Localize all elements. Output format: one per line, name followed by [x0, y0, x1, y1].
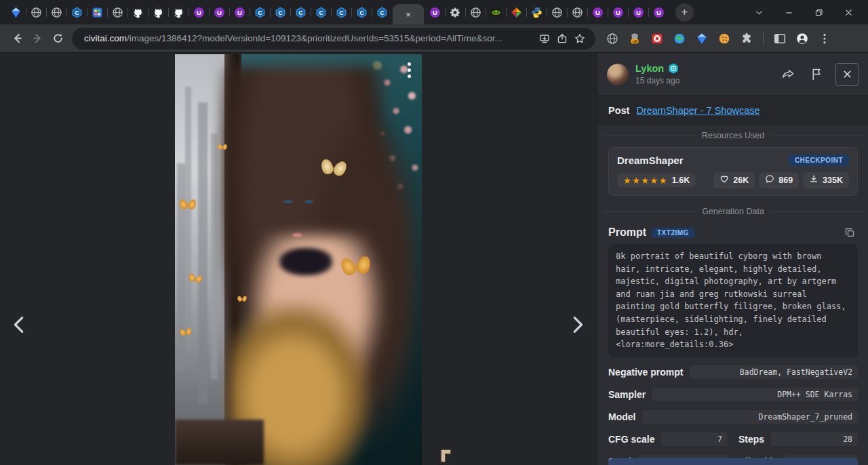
- civitai-c-favicon-tab[interactable]: C: [270, 0, 290, 24]
- globe-favicon-tab[interactable]: [26, 0, 46, 24]
- flag-icon[interactable]: [807, 65, 826, 84]
- github-favicon-tab[interactable]: [168, 0, 189, 24]
- close-sidebar-button[interactable]: [835, 63, 859, 86]
- tab-close-icon[interactable]: ×: [406, 10, 411, 19]
- svg-text:U: U: [636, 9, 641, 16]
- globe-favicon-tab[interactable]: [465, 0, 486, 24]
- image-options-menu-icon[interactable]: [406, 61, 412, 79]
- shield-off-extension-icon[interactable]: off: [626, 30, 644, 47]
- civitai-gem-favicon-tab[interactable]: [5, 0, 26, 24]
- civitai-gem-extension-icon[interactable]: [693, 30, 711, 47]
- meta-row: Steps28: [738, 432, 858, 447]
- gear-favicon-tab[interactable]: [445, 0, 465, 24]
- nvidia-favicon-tab[interactable]: [486, 0, 506, 24]
- reload-icon[interactable]: [47, 28, 68, 49]
- url-text: civitai.com/images/1386412?modelVersionI…: [84, 33, 536, 43]
- forward-icon[interactable]: [27, 28, 47, 49]
- github-favicon-tab[interactable]: [127, 0, 148, 24]
- ultralytics-u-favicon-tab[interactable]: U: [189, 0, 209, 24]
- butterfly-icon: [238, 296, 247, 303]
- new-tab-button[interactable]: +: [675, 3, 694, 22]
- heart-count: 26K: [733, 176, 749, 185]
- extensions-puzzle-icon[interactable]: [738, 30, 755, 47]
- next-image-button[interactable]: [561, 308, 593, 341]
- butterfly-icon: [180, 198, 196, 211]
- civitai-c-favicon-tab[interactable]: C: [66, 0, 87, 24]
- copy-generation-data-button[interactable]: [608, 458, 858, 465]
- restore-icon[interactable]: [808, 2, 829, 22]
- mouse-cursor: [440, 449, 454, 464]
- comment-stat-pill[interactable]: 869: [759, 172, 799, 188]
- artwork-image[interactable]: [175, 54, 422, 465]
- butterfly-icon: [179, 327, 192, 338]
- earth-extension-icon[interactable]: [671, 30, 688, 47]
- url-path: /images/1386412?modelVersionId=109123&pr…: [127, 33, 502, 43]
- svg-text:U: U: [237, 9, 242, 16]
- star-rating-pill[interactable]: ★★★★★ 1.6K: [617, 174, 696, 187]
- pinned-tabs-left: CUUUCCCCCCC: [5, 0, 392, 24]
- download-icon: [809, 174, 818, 186]
- civitai-c-favicon-tab[interactable]: C: [311, 0, 331, 24]
- browser-toolbar: civitai.com/images/1386412?modelVersionI…: [0, 24, 868, 53]
- civitai-c-favicon-tab[interactable]: C: [250, 0, 270, 24]
- ultralytics-u-favicon-tab[interactable]: U: [587, 0, 608, 24]
- ultralytics-u-favicon-tab[interactable]: U: [628, 0, 648, 24]
- prompt-text[interactable]: 8k portrait of beautiful cyborg with bro…: [608, 244, 858, 357]
- close-icon[interactable]: [838, 2, 859, 22]
- previous-image-button[interactable]: [4, 308, 35, 341]
- gem-multicolor-favicon-tab[interactable]: [506, 0, 526, 24]
- ultralytics-u-favicon-tab[interactable]: U: [425, 0, 445, 24]
- send-to-device-icon[interactable]: [536, 30, 553, 47]
- meta-value: DreamShaper_7_pruned: [642, 410, 858, 424]
- share-arrow-icon[interactable]: [778, 65, 797, 84]
- ultralytics-u-favicon-tab[interactable]: U: [648, 0, 669, 24]
- avatar[interactable]: [607, 64, 629, 85]
- globe-favicon-tab[interactable]: [547, 0, 567, 24]
- globe-ext-extension-icon[interactable]: [604, 30, 621, 47]
- svg-text:C: C: [75, 9, 79, 16]
- side-panel-icon[interactable]: [771, 30, 789, 47]
- star-rating: ★★★★★: [623, 176, 668, 185]
- active-tab[interactable]: ×: [393, 4, 424, 24]
- ultralytics-u-favicon-tab[interactable]: U: [608, 0, 628, 24]
- tab-search-chevron-icon[interactable]: [749, 2, 769, 22]
- bookmark-star-icon[interactable]: [571, 30, 589, 47]
- svg-text:C: C: [359, 9, 363, 16]
- tab-strip: CUUUCCCCCCC × UUUUU +: [0, 0, 868, 24]
- minimize-icon[interactable]: [778, 2, 799, 22]
- globe-favicon-tab[interactable]: [107, 0, 127, 24]
- prompt-label: Prompt: [608, 226, 646, 239]
- back-icon[interactable]: [7, 28, 27, 49]
- cookie-extension-icon[interactable]: [715, 30, 733, 47]
- civitai-c-favicon-tab[interactable]: C: [351, 0, 372, 24]
- globe-favicon-tab[interactable]: [46, 0, 66, 24]
- meta-value: DPM++ SDE Karras: [652, 388, 858, 401]
- resource-title[interactable]: DreamShaper: [617, 155, 684, 166]
- ultralytics-u-favicon-tab[interactable]: U: [229, 0, 250, 24]
- ultralytics-u-favicon-tab[interactable]: U: [209, 0, 229, 24]
- share-icon[interactable]: [553, 30, 571, 47]
- address-bar[interactable]: civitai.com/images/1386412?modelVersionI…: [72, 28, 595, 49]
- app-grid-favicon-tab[interactable]: [87, 0, 107, 24]
- download-count: 335K: [823, 176, 843, 185]
- menu-kebab-icon[interactable]: [816, 30, 833, 47]
- python-favicon-tab[interactable]: [526, 0, 547, 24]
- civitai-c-favicon-tab[interactable]: C: [331, 0, 351, 24]
- resource-card[interactable]: DreamShaper CHECKPOINT ★★★★★ 1.6K 26K869…: [608, 147, 858, 196]
- heart-stat-pill[interactable]: 26K: [713, 172, 755, 188]
- username-link[interactable]: Lykon: [635, 63, 664, 75]
- post-timestamp: 15 days ago: [635, 76, 679, 85]
- checkpoint-badge: CHECKPOINT: [789, 155, 849, 166]
- github-favicon-tab[interactable]: [148, 0, 168, 24]
- copy-icon[interactable]: [842, 224, 858, 241]
- post-link[interactable]: DreamShaper - 7 Showcase: [636, 105, 760, 116]
- generation-data-divider: Generation Data: [603, 207, 863, 216]
- opera-red-extension-icon[interactable]: [648, 30, 666, 47]
- globe-favicon-tab[interactable]: [567, 0, 587, 24]
- generation-panel: Resources Used DreamShaper CHECKPOINT ★★…: [597, 125, 868, 465]
- profile-icon[interactable]: [793, 30, 811, 47]
- download-stat-pill[interactable]: 335K: [803, 172, 849, 188]
- civitai-c-favicon-tab[interactable]: C: [372, 0, 392, 24]
- civitai-c-favicon-tab[interactable]: C: [290, 0, 311, 24]
- meta-value: 7: [661, 432, 728, 446]
